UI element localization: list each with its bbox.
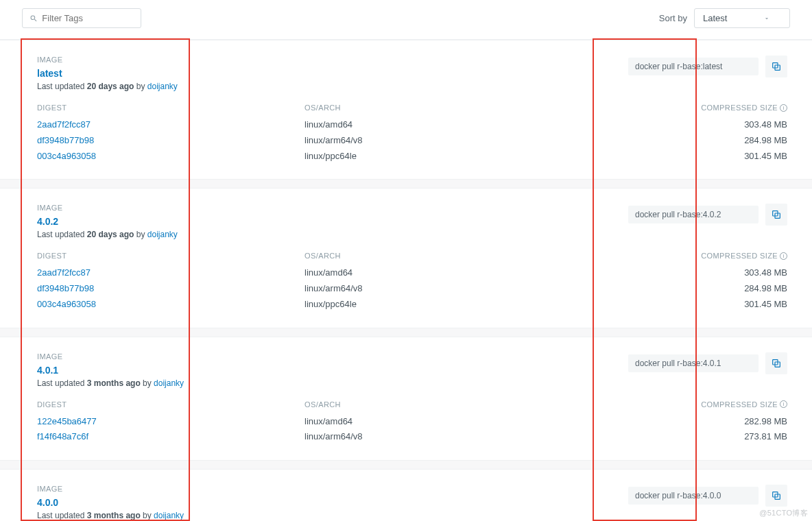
top-bar: Sort by Latest: [0, 0, 812, 40]
image-card: IMAGE latest Last updated 20 days ago by…: [0, 40, 812, 180]
user-link[interactable]: doijanky: [154, 378, 184, 388]
arch-value: linux/arm64/v8: [304, 281, 643, 297]
image-label: IMAGE: [37, 204, 178, 212]
digest-link[interactable]: df3948b77b98: [37, 281, 298, 297]
size-header: COMPRESSED SIZEi: [650, 252, 787, 260]
digest-link[interactable]: df3948b77b98: [37, 133, 298, 149]
size-value: 301.45 MB: [650, 297, 787, 313]
tag-link[interactable]: 4.0.1: [37, 365, 184, 376]
image-card: IMAGE 4.0.1 Last updated 3 months ago by…: [0, 337, 812, 461]
last-updated: Last updated 20 days ago by doijanky: [37, 230, 178, 239]
pull-command[interactable]: docker pull r-base:4.0.1: [628, 354, 759, 372]
digest-header: DIGEST: [37, 400, 298, 409]
digest-link[interactable]: f14f648a7c6f: [37, 429, 298, 445]
pull-command[interactable]: docker pull r-base:latest: [628, 58, 759, 75]
image-card: IMAGE 4.0.0 Last updated 3 months ago by…: [0, 469, 812, 521]
sort-by-label: Sort by: [659, 13, 687, 23]
pull-command[interactable]: docker pull r-base:4.0.2: [628, 206, 759, 223]
chevron-down-icon: [763, 15, 770, 22]
size-header: COMPRESSED SIZEi: [650, 104, 787, 112]
tag-link[interactable]: latest: [37, 68, 178, 79]
digest-link[interactable]: 2aad7f2fcc87: [37, 117, 298, 133]
arch-value: linux/ppc64le: [304, 149, 643, 165]
info-icon: i: [780, 252, 787, 260]
sort-value: Latest: [703, 13, 727, 23]
arch-value: linux/amd64: [304, 117, 643, 133]
user-link[interactable]: doijanky: [147, 82, 178, 91]
info-icon: i: [780, 104, 787, 112]
digest-link[interactable]: 003c4a963058: [37, 149, 298, 165]
image-list: IMAGE latest Last updated 20 days ago by…: [0, 40, 812, 521]
osarch-header: OS/ARCH: [304, 400, 643, 409]
size-value: 282.98 MB: [650, 414, 787, 430]
size-value: 303.48 MB: [650, 117, 787, 133]
watermark: @51CTO博客: [759, 508, 808, 518]
digest-link[interactable]: 2aad7f2fcc87: [37, 265, 298, 281]
arch-value: linux/amd64: [304, 414, 643, 430]
tag-link[interactable]: 4.0.2: [37, 216, 178, 227]
copy-button[interactable]: [765, 352, 787, 374]
arch-value: linux/arm64/v8: [304, 133, 643, 149]
size-value: 301.45 MB: [650, 149, 787, 165]
image-label: IMAGE: [37, 56, 178, 64]
arch-value: linux/amd64: [304, 265, 643, 281]
tag-link[interactable]: 4.0.0: [37, 497, 184, 508]
info-icon: i: [780, 400, 787, 408]
copy-button[interactable]: [765, 204, 787, 226]
digest-link[interactable]: 122e45ba6477: [37, 414, 298, 430]
search-icon: [29, 14, 38, 23]
size-value: 303.48 MB: [650, 265, 787, 281]
osarch-header: OS/ARCH: [304, 252, 643, 260]
sort-select[interactable]: Latest: [694, 8, 790, 28]
filter-tags-input[interactable]: [42, 13, 134, 23]
user-link[interactable]: doijanky: [154, 511, 184, 520]
image-label: IMAGE: [37, 485, 184, 493]
sort-controls: Sort by Latest: [659, 8, 790, 28]
arch-value: linux/arm64/v8: [304, 429, 643, 445]
size-value: 273.81 MB: [650, 429, 787, 445]
last-updated: Last updated 3 months ago by doijanky: [37, 511, 184, 520]
osarch-header: OS/ARCH: [304, 104, 643, 112]
image-card: IMAGE 4.0.2 Last updated 20 days ago by …: [0, 188, 812, 328]
size-value: 284.98 MB: [650, 281, 787, 297]
pull-command[interactable]: docker pull r-base:4.0.0: [628, 487, 759, 505]
last-updated: Last updated 20 days ago by doijanky: [37, 82, 178, 91]
arch-value: linux/ppc64le: [304, 297, 643, 313]
digest-header: DIGEST: [37, 104, 298, 112]
image-label: IMAGE: [37, 352, 184, 361]
copy-button[interactable]: [765, 56, 787, 77]
user-link[interactable]: doijanky: [147, 230, 178, 239]
copy-button[interactable]: [765, 485, 787, 507]
last-updated: Last updated 3 months ago by doijanky: [37, 378, 184, 388]
filter-tags-field[interactable]: [22, 8, 141, 28]
digest-header: DIGEST: [37, 252, 298, 260]
size-header: COMPRESSED SIZEi: [650, 400, 787, 409]
size-value: 284.98 MB: [650, 133, 787, 149]
digest-link[interactable]: 003c4a963058: [37, 297, 298, 313]
